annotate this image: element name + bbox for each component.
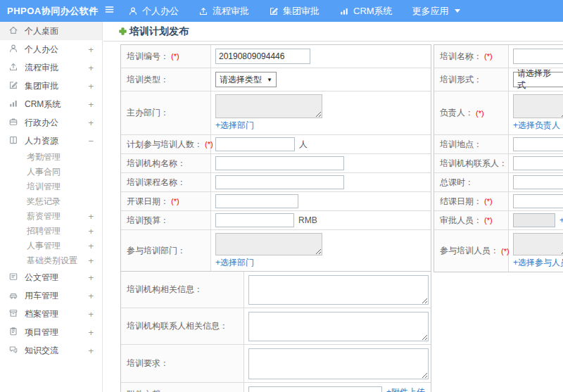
collapse-toggle: − (88, 137, 94, 146)
required-marker: (*) (171, 197, 179, 206)
upload-icon (198, 6, 208, 16)
field-label: 参与培训人员： (440, 245, 499, 257)
sidebar-subitem-label: 考勤管理 (27, 151, 61, 163)
sidebar-item-group-approval[interactable]: 集团审批 + (0, 77, 102, 95)
select-department-link[interactable]: +选择部门 (215, 120, 254, 132)
sidebar-subitem-personnel-management[interactable]: 人事管理 + (0, 239, 102, 253)
sidebar-item-personal-office[interactable]: 个人办公 + (0, 40, 102, 58)
hamburger-menu-button[interactable] (104, 4, 128, 18)
edit-icon (269, 6, 279, 16)
field-label: 培训机构联系人相关信息： (127, 320, 228, 332)
expand-toggle: + (88, 346, 94, 355)
select-department-link[interactable]: +选择部门 (215, 257, 254, 269)
nav-item-more-apps[interactable]: 更多应用 (412, 5, 460, 18)
sidebar-item-personal-desktop[interactable]: 个人桌面 (0, 22, 102, 40)
org-info-textarea[interactable] (248, 275, 429, 305)
upload-icon (8, 62, 25, 74)
participants-textarea[interactable] (513, 233, 563, 255)
training-budget-input[interactable] (215, 213, 294, 227)
sidebar-item-label: 个人桌面 (25, 25, 58, 37)
currency-suffix: RMB (298, 215, 317, 225)
org-contact-input[interactable] (513, 156, 563, 170)
training-course-name-input[interactable] (215, 175, 344, 189)
field-label: 培训机构相关信息： (127, 284, 203, 296)
nav-item-personal-office[interactable]: 个人办公 (128, 5, 179, 18)
top-navigation-bar: PHPOA协同办公软件 个人办公 流程审批 集团审批 (0, 0, 563, 22)
field-label: 培训机构联系人： (440, 158, 507, 170)
sidebar-subitem-label: 培训管理 (27, 181, 61, 193)
sidebar-item-admin-office[interactable]: 行政办公 + (0, 113, 102, 132)
unit-suffix: 人 (299, 139, 308, 151)
training-type-select[interactable]: 请选择类型 ▼ (215, 72, 277, 87)
training-form-select[interactable]: 请选择形式 ▼ (513, 72, 563, 87)
attachment-input[interactable] (248, 386, 382, 392)
host-department-textarea[interactable] (215, 94, 322, 118)
expand-toggle: + (88, 328, 94, 337)
sidebar-item-project-management[interactable]: 项目管理 + (0, 323, 102, 341)
nav-item-label: 个人办公 (142, 5, 179, 18)
total-hours-input[interactable] (513, 175, 563, 189)
expand-toggle: + (88, 118, 94, 127)
training-requirements-textarea[interactable] (248, 348, 429, 379)
sidebar-subitem-label: 人事管理 (27, 240, 61, 252)
sidebar-item-human-resources[interactable]: 人力资源 − (0, 132, 102, 150)
select-leader-link[interactable]: +选择负责人 (513, 120, 560, 132)
training-name-input[interactable] (513, 49, 563, 64)
sidebar-item-label: 用车管理 (25, 290, 58, 302)
sidebar-item-crm-system[interactable]: CRM系统 + (0, 95, 102, 113)
select-participants-link[interactable]: +选择参与人员 (513, 257, 563, 269)
sidebar-subitem-salary-management[interactable]: 薪资管理 + (0, 209, 102, 224)
end-date-input[interactable] (513, 194, 563, 208)
expand-toggle: + (88, 212, 94, 221)
sidebar-subitem-hr-contract[interactable]: 人事合同 (0, 165, 102, 179)
nav-item-crm-system[interactable]: CRM系统 (339, 5, 393, 18)
sidebar-subitem-reward-punishment[interactable]: 奖惩记录 (0, 194, 102, 209)
start-date-input[interactable] (215, 194, 298, 208)
sidebar-subitem-base-category-settings[interactable]: 基础类别设置 + (0, 253, 102, 268)
training-location-input[interactable] (513, 137, 563, 151)
field-label: 计划参与培训人数： (127, 139, 203, 151)
expand-toggle: + (88, 63, 94, 72)
user-icon (128, 6, 138, 16)
attachment-upload-link[interactable]: +附件上传 (386, 386, 425, 392)
field-label: 培训机构名称： (127, 158, 186, 170)
sidebar-item-knowledge-exchange[interactable]: 知识交流 + (0, 341, 102, 360)
sidebar-item-vehicle-management[interactable]: 用车管理 + (0, 286, 102, 305)
nav-item-group-approval[interactable]: 集团审批 (269, 5, 320, 18)
sidebar-subitem-attendance-management[interactable]: 考勤管理 (0, 150, 102, 165)
training-number-input[interactable] (215, 49, 310, 64)
add-icon (118, 27, 127, 36)
planned-participants-input[interactable] (215, 137, 295, 151)
field-label: 培训名称： (440, 51, 482, 63)
caret-down-icon (455, 9, 460, 13)
leader-textarea[interactable] (513, 94, 563, 118)
org-contact-info-textarea[interactable] (248, 312, 429, 341)
expand-toggle: + (88, 227, 94, 236)
clipboard-icon (8, 327, 25, 339)
sidebar-subitem-label: 薪资管理 (27, 210, 61, 222)
sidebar-item-document-management[interactable]: 公文管理 + (0, 268, 102, 286)
nav-item-label: 集团审批 (283, 5, 320, 18)
field-label: 培训类型： (127, 74, 169, 86)
sidebar-item-archive-management[interactable]: 档案管理 + (0, 305, 102, 323)
participating-departments-textarea[interactable] (215, 233, 322, 255)
required-marker: (*) (501, 247, 510, 255)
field-label: 培训编号： (127, 51, 169, 63)
edit-icon (8, 80, 25, 92)
training-form-left-table: 培训编号： (*) 培训类型： 请选择类型 ▼ (120, 44, 431, 272)
expand-toggle: + (88, 45, 94, 54)
nav-item-label: 更多应用 (412, 5, 449, 18)
nav-item-workflow-approval[interactable]: 流程审批 (198, 5, 249, 18)
required-marker: (*) (484, 52, 493, 61)
nav-item-label: CRM系统 (353, 5, 393, 18)
training-org-name-input[interactable] (215, 156, 344, 170)
page-title: 培训计划发布 (129, 25, 189, 38)
sidebar-item-workflow-approval[interactable]: 流程审批 + (0, 58, 102, 77)
select-approver-link[interactable]: +选择审批人员 (559, 215, 563, 227)
sidebar-subitem-recruitment-management[interactable]: 招聘管理 + (0, 224, 102, 239)
field-label: 附件文档： (127, 388, 169, 392)
sidebar-subitem-training-management[interactable]: 培训管理 (0, 179, 102, 194)
expand-toggle: + (88, 310, 94, 319)
sidebar-subitem-label: 基础类别设置 (27, 255, 77, 267)
approver-input[interactable] (513, 213, 555, 227)
